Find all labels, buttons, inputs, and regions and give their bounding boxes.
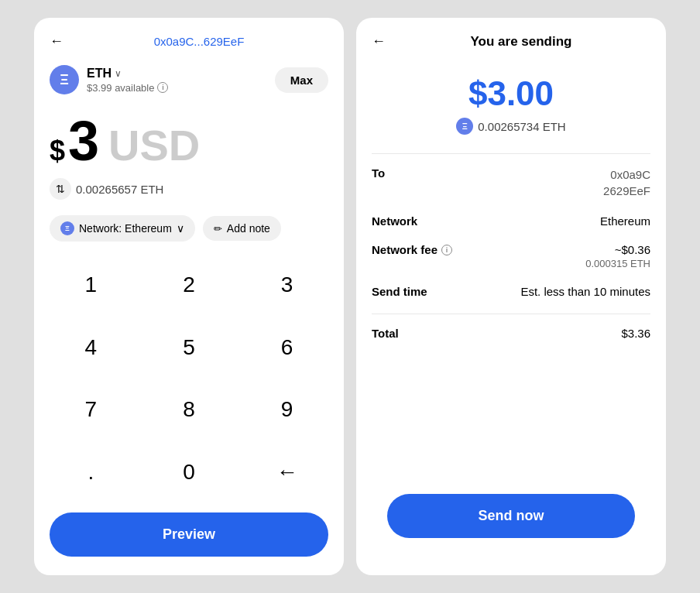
send-time-label: Send time: [372, 285, 427, 298]
token-info: Ξ ETH ∨ $3.99 available i: [50, 65, 168, 94]
numpad-key-1[interactable]: 1: [42, 254, 140, 317]
back-button-right[interactable]: ←: [372, 33, 386, 50]
total-label: Total: [372, 327, 399, 340]
to-label: To: [372, 166, 385, 180]
fee-eth-value: 0.000315 ETH: [585, 258, 650, 269]
available-text: $3.99 available: [87, 82, 154, 94]
numpad-key-8[interactable]: 8: [140, 379, 238, 441]
amount-number: 3: [68, 113, 99, 169]
network-label: Network: Ethereum: [79, 222, 172, 235]
sending-eth-row: Ξ 0.00265734 ETH: [372, 118, 650, 135]
decimal-key[interactable]: .: [42, 441, 140, 504]
options-row: Ξ Network: Ethereum ∨ ✏ Add note: [34, 209, 344, 254]
available-info-icon[interactable]: i: [157, 82, 168, 93]
back-button-left[interactable]: ←: [50, 33, 63, 50]
address-display[interactable]: 0x0a9C...629EeF: [70, 35, 328, 48]
numpad: 123456789.0←: [34, 254, 344, 503]
fee-label: Network fee: [372, 243, 438, 256]
numpad-key-3[interactable]: 3: [238, 254, 336, 317]
right-panel-bottom: Send now: [356, 355, 666, 575]
eth-symbol: Ξ: [60, 72, 69, 88]
token-row: Ξ ETH ∨ $3.99 available i Max: [34, 59, 344, 101]
send-panel: ← 0x0a9C...629EeF Ξ ETH ∨ $3.99 availabl…: [34, 18, 344, 575]
token-name-label: ETH: [87, 67, 112, 81]
network-detail-value: Ethereum: [600, 214, 650, 228]
sending-eth-symbol: Ξ: [462, 122, 468, 131]
network-eth-icon: Ξ: [60, 221, 74, 235]
divider-top: [372, 153, 650, 154]
left-header: ← 0x0a9C...629EeF: [34, 18, 344, 59]
to-address-block: 0x0a9C 2629EeF: [603, 166, 650, 199]
total-row: Total $3.36: [372, 327, 650, 340]
sending-amount-section: $3.00 Ξ 0.00265734 ETH: [356, 59, 666, 141]
to-address-line1: 0x0a9C: [603, 166, 650, 183]
sending-eth-icon: Ξ: [456, 118, 473, 135]
numpad-key-4[interactable]: 4: [42, 317, 140, 379]
numpad-key-2[interactable]: 2: [140, 254, 238, 317]
token-chevron-icon: ∨: [115, 68, 122, 79]
swap-icon[interactable]: ⇅: [50, 178, 71, 200]
confirm-title: You are sending: [392, 34, 650, 50]
fee-row: Network fee i ~$0.36 0.000315 ETH: [372, 243, 650, 269]
fee-label-row: Network fee i: [372, 243, 452, 256]
fee-usd-value: ~$0.36: [585, 243, 650, 256]
to-row: To 0x0a9C 2629EeF: [372, 166, 650, 199]
network-row: Network Ethereum: [372, 214, 650, 228]
network-detail-label: Network: [372, 214, 417, 228]
amount-display: $ 3 USD: [34, 101, 344, 175]
max-button[interactable]: Max: [275, 67, 328, 93]
detail-section: To 0x0a9C 2629EeF Network Ethereum Netwo…: [356, 166, 666, 355]
numpad-key-7[interactable]: 7: [42, 379, 140, 441]
numpad-key-5[interactable]: 5: [140, 317, 238, 379]
backspace-key[interactable]: ←: [238, 441, 336, 504]
network-selector[interactable]: Ξ Network: Ethereum ∨: [50, 215, 195, 242]
add-note-label: Add note: [227, 222, 270, 235]
numpad-key-9[interactable]: 9: [238, 379, 336, 441]
send-time-value: Est. less than 10 minutes: [520, 285, 650, 298]
available-row: $3.99 available i: [87, 82, 168, 94]
send-now-button[interactable]: Send now: [387, 494, 635, 538]
add-note-button[interactable]: ✏ Add note: [203, 216, 281, 241]
network-eth-symbol: Ξ: [65, 225, 70, 232]
pencil-icon: ✏: [214, 223, 222, 235]
send-time-row: Send time Est. less than 10 minutes: [372, 285, 650, 298]
to-address-line2: 2629EeF: [603, 183, 650, 199]
dollar-sign: $: [50, 135, 65, 167]
token-details: ETH ∨ $3.99 available i: [87, 67, 168, 94]
right-header: ← You are sending: [356, 18, 666, 59]
confirm-panel: ← You are sending $3.00 Ξ 0.00265734 ETH…: [356, 18, 666, 575]
fee-value-block: ~$0.36 0.000315 ETH: [585, 243, 650, 269]
numpad-key-6[interactable]: 6: [238, 317, 336, 379]
network-chevron-icon: ∨: [177, 222, 184, 235]
fee-info-icon[interactable]: i: [441, 245, 452, 255]
amount-currency: USD: [108, 124, 200, 167]
sending-eth-amount: 0.00265734 ETH: [478, 120, 565, 133]
preview-button[interactable]: Preview: [50, 512, 328, 557]
numpad-key-0[interactable]: 0: [140, 441, 238, 504]
token-name-row[interactable]: ETH ∨: [87, 67, 168, 81]
total-value: $3.36: [621, 327, 650, 340]
eth-equivalent-row: ⇅ 0.00265657 ETH: [34, 175, 344, 209]
divider-bottom: [372, 314, 650, 314]
eth-equiv-text: 0.00265657 ETH: [76, 183, 163, 196]
sending-usd-amount: $3.00: [372, 74, 650, 113]
eth-token-icon: Ξ: [50, 65, 79, 94]
